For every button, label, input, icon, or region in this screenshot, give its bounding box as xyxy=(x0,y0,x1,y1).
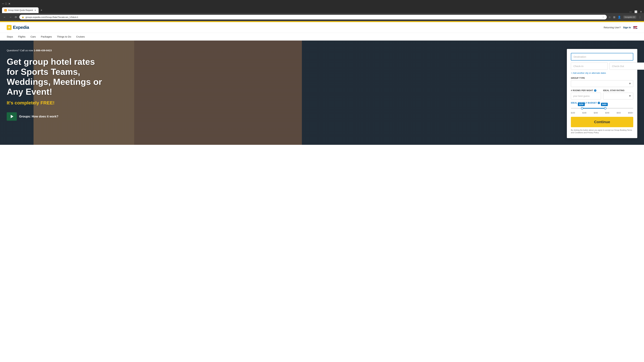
lock-icon: 🔒 xyxy=(22,16,24,18)
rooms-input[interactable] xyxy=(571,93,601,99)
scale-100: $100 xyxy=(571,112,575,114)
rooms-label-row: # ROOMS PER NIGHT ? xyxy=(571,89,601,92)
hero-video-section: Groups: How does it work? xyxy=(7,112,560,121)
scale-180: $180 xyxy=(582,112,586,114)
window-controls: — ⬜ ✕ xyxy=(630,10,642,13)
group-type-select[interactable]: Corporate/Business Sports Team Wedding S… xyxy=(571,80,633,87)
nav-stays[interactable]: Stays xyxy=(7,35,13,38)
continue-button[interactable]: Continue xyxy=(571,117,633,127)
browser-addressbar: ← → ⟳ 🔒 groups.expedia.com/Group-Rate/?l… xyxy=(0,13,644,21)
site-nav: Stays Flights Cars Packages Things to Do… xyxy=(0,33,644,40)
new-tab-button[interactable]: + xyxy=(39,7,44,13)
destination-input[interactable] xyxy=(571,53,633,60)
budget-info-icon[interactable]: ? xyxy=(598,102,600,104)
slider-thumb-min[interactable]: $250 xyxy=(581,107,583,109)
rooms-label: # ROOMS PER NIGHT xyxy=(571,89,593,92)
star-label-row: IDEAL STAR RATING xyxy=(603,89,633,92)
hero-phone: Questions? Call us now 1-888-439-8423 xyxy=(7,49,560,52)
hero-phone-prefix: Questions? Call us now xyxy=(7,49,33,52)
returning-user-label: Returning User? xyxy=(604,26,621,29)
minimize-icon[interactable]: — xyxy=(630,10,632,13)
video-thumbnail[interactable] xyxy=(7,112,17,121)
star-col: IDEAL STAR RATING 2 Stars 3 Stars 4 Star… xyxy=(603,89,633,99)
header-right: Returning User? Sign In 🇺🇸 xyxy=(604,26,637,29)
bookmark-star-icon[interactable]: ☆ xyxy=(608,15,611,19)
slider-min-label: $250 xyxy=(578,103,585,106)
restore-icon[interactable]: ⬜ xyxy=(634,10,637,13)
browser-titlebar: ─ □ ✕ xyxy=(0,0,644,7)
scale-420: $420 xyxy=(617,112,621,114)
window-control-minimize[interactable]: ─ xyxy=(2,2,4,5)
hero-phone-number: 1-888-439-8423 xyxy=(34,49,52,52)
logo-icon: ✈ xyxy=(7,25,12,30)
hero-free-label: It's completely FREE! xyxy=(7,100,560,106)
slider-thumb-max[interactable]: $400 xyxy=(604,107,606,109)
close-window-icon[interactable]: ✕ xyxy=(640,10,642,13)
forward-button[interactable]: → xyxy=(8,15,12,19)
slider-fill xyxy=(582,108,605,109)
reload-button[interactable]: ⟳ xyxy=(14,15,18,19)
nav-cruises[interactable]: Cruises xyxy=(76,35,85,38)
address-bar[interactable]: 🔒 groups.expedia.com/Group-Rate/?locale=… xyxy=(19,15,607,19)
rooms-stars-row: # ROOMS PER NIGHT ? IDEAL STAR RATING 2 … xyxy=(571,89,633,99)
group-type-select-wrap: Corporate/Business Sports Team Wedding S… xyxy=(571,80,633,87)
url-text: groups.expedia.com/Group-Rate/?locale=en… xyxy=(26,16,601,18)
browser-chrome: ─ □ ✕ E Group Hotel Quote Request ✕ + — … xyxy=(0,0,644,21)
slider-track xyxy=(571,108,633,109)
site-header: ✈ Expedia Returning User? Sign In 🇺🇸 xyxy=(0,22,644,33)
form-panel: + Add another city or alternate dates GR… xyxy=(567,49,637,138)
nav-cars[interactable]: Cars xyxy=(30,35,36,38)
tab-favicon: E xyxy=(4,9,7,11)
star-label: IDEAL STAR RATING xyxy=(603,89,624,92)
hero-section: Questions? Call us now 1-888-439-8423 Ge… xyxy=(0,40,644,145)
flag-icon: 🇺🇸 xyxy=(633,26,637,29)
rooms-col: # ROOMS PER NIGHT ? xyxy=(571,89,601,99)
checkout-input[interactable] xyxy=(610,62,644,70)
tab-close-button[interactable]: ✕ xyxy=(34,9,36,11)
browser-tab-active[interactable]: E Group Hotel Quote Request ✕ xyxy=(2,7,38,13)
rooms-info-icon[interactable]: ? xyxy=(594,89,596,92)
video-label: Groups: How does it work? xyxy=(19,115,58,118)
budget-slider-container: $250 $400 xyxy=(571,106,633,111)
profile-icon[interactable]: 👤 xyxy=(618,15,621,19)
browser-right-icons: ☆ ⊞ 👤 Incognito (2) ⋮ xyxy=(608,15,641,19)
browser-tab-bar: E Group Hotel Quote Request ✕ + — ⬜ ✕ xyxy=(0,7,644,13)
back-button[interactable]: ← xyxy=(3,15,7,19)
form-disclaimer: By clicking the button above you agree t… xyxy=(571,129,633,134)
nav-things-to-do[interactable]: Things to Do xyxy=(57,35,71,38)
play-icon xyxy=(11,115,14,118)
bookmark-icon[interactable]: ☆ xyxy=(602,16,604,18)
menu-icon[interactable]: ⋮ xyxy=(639,15,641,19)
group-type-label: GROUP TYPE xyxy=(571,77,633,79)
nav-packages[interactable]: Packages xyxy=(41,35,52,38)
logo-text: Expedia xyxy=(13,25,29,30)
slider-scale: $100 $180 $260 $340 $420 $500+ xyxy=(571,112,633,114)
incognito-badge: Incognito (2) xyxy=(623,15,636,18)
window-control-maximize[interactable]: □ xyxy=(5,2,7,5)
star-select-wrap: 2 Stars 3 Stars 4 Stars 5 Stars ▼ xyxy=(603,93,633,99)
star-rating-select[interactable]: 2 Stars 3 Stars 4 Stars 5 Stars xyxy=(603,93,633,99)
tab-title: Group Hotel Quote Request xyxy=(8,9,33,11)
slider-max-label: $400 xyxy=(601,103,608,106)
budget-section: IDEAL NIGHTLY BUDGET ? $250 $400 $100 xyxy=(571,102,633,114)
tab-layout-icon[interactable]: ⊞ xyxy=(613,15,615,19)
scale-340: $340 xyxy=(605,112,609,114)
window-control-close[interactable]: ✕ xyxy=(8,2,10,5)
scale-260: $260 xyxy=(594,112,598,114)
hero-headline: Get group hotel ratesfor Sports Teams,We… xyxy=(7,57,560,97)
logo-area: ✈ Expedia xyxy=(7,25,29,30)
nav-flights[interactable]: Flights xyxy=(18,35,26,38)
hero-content: Questions? Call us now 1-888-439-8423 Ge… xyxy=(7,47,560,121)
date-row xyxy=(571,62,633,70)
scale-500: $500+ xyxy=(628,112,633,114)
address-bar-icons: ☆ xyxy=(602,16,604,18)
sign-in-link[interactable]: Sign In xyxy=(623,26,631,29)
add-city-link[interactable]: + Add another city or alternate dates xyxy=(571,72,633,74)
checkin-input[interactable] xyxy=(571,62,608,70)
page-wrapper: ✈ Expedia Returning User? Sign In 🇺🇸 Sta… xyxy=(0,21,644,361)
